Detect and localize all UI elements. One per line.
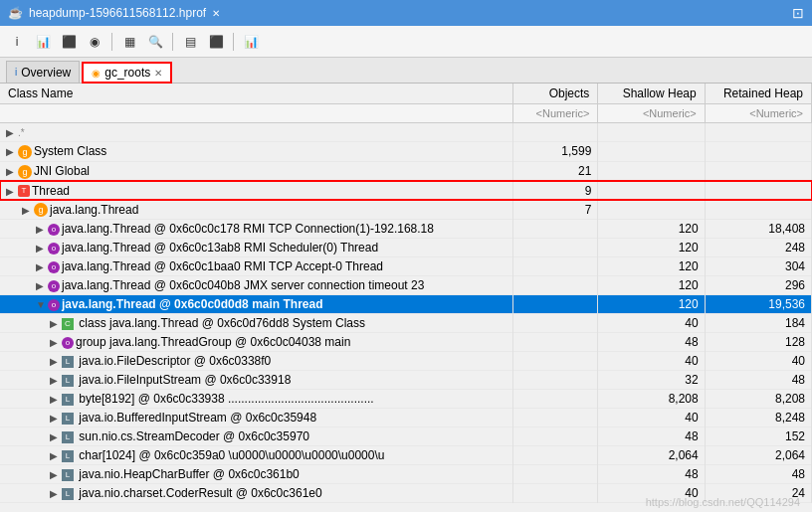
class-icon: C <box>62 318 74 330</box>
col-class-name[interactable]: Class Name <box>0 84 512 104</box>
row-expander-16[interactable]: ▶ <box>50 431 62 442</box>
row-expander-3[interactable]: ▶ <box>6 186 18 197</box>
row-expander-10[interactable]: ▶ <box>50 318 62 329</box>
row-label-8: java.lang.Thread @ 0x6c0c040b8 JMX serve… <box>62 278 424 292</box>
tab-gc-roots-close[interactable]: ✕ <box>154 68 162 79</box>
row-expander-1[interactable]: ▶ <box>6 146 18 157</box>
row-label-17: char[1024] @ 0x6c0c359a0 \u0000\u0000\u0… <box>76 448 384 462</box>
row-expander-9[interactable]: ▼ <box>36 299 48 310</box>
table-row[interactable]: ▶TThread9 <box>0 181 812 200</box>
heap-table[interactable]: Class Name Objects Shallow Heap Retained… <box>0 84 812 512</box>
row-expander-18[interactable]: ▶ <box>50 469 62 480</box>
table-row[interactable]: ▶L char[1024] @ 0x6c0c359a0 \u0000\u0000… <box>0 446 812 465</box>
table-row[interactable]: ▶ogroup java.lang.ThreadGroup @ 0x6c0c04… <box>0 333 812 352</box>
cell-class-name: ▶TThread <box>0 181 512 200</box>
cell-retained: 8,248 <box>705 409 811 427</box>
row-expander-11[interactable]: ▶ <box>50 337 62 348</box>
row-expander-6[interactable]: ▶ <box>36 243 48 254</box>
cell-shallow <box>598 123 705 142</box>
table-row[interactable]: ▶L byte[8192] @ 0x6c0c33938 ............… <box>0 390 812 409</box>
filter-btn[interactable]: ▤ <box>179 31 201 53</box>
table-row[interactable]: ▶L sun.nio.cs.StreamDecoder @ 0x6c0c3597… <box>0 427 812 446</box>
cell-class-name: ▶ogroup java.lang.ThreadGroup @ 0x6c0c04… <box>0 333 512 352</box>
row-expander-13[interactable]: ▶ <box>50 375 62 386</box>
cell-objects <box>512 390 598 409</box>
export-btn[interactable]: ⬛ <box>205 31 227 53</box>
col-retained-heap[interactable]: Retained Heap <box>705 84 811 104</box>
cell-class-name: ▶C class java.lang.Thread @ 0x6c0d76dd8 … <box>0 314 512 333</box>
row-expander-5[interactable]: ▶ <box>36 224 48 235</box>
row-expander-19[interactable]: ▶ <box>50 488 62 499</box>
table-row[interactable]: ▶L java.io.BufferedInputStream @ 0x6c0c3… <box>0 409 812 427</box>
table-row[interactable]: ▶gSystem Class1,599 <box>0 142 812 162</box>
data-table: Class Name Objects Shallow Heap Retained… <box>0 84 812 503</box>
table-row[interactable]: ▶gJNI Global21 <box>0 161 812 181</box>
cell-objects <box>512 371 598 390</box>
restore-icon[interactable]: ⊡ <box>792 5 804 21</box>
table-row[interactable]: ▶ojava.lang.Thread @ 0x6c0c0c178 RMI TCP… <box>0 220 812 239</box>
cell-shallow: 8,208 <box>598 390 705 409</box>
cell-retained: 304 <box>705 257 811 276</box>
row-expander-15[interactable]: ▶ <box>50 413 62 424</box>
tab-gc-roots-icon: ◉ <box>92 68 101 79</box>
cell-objects: 9 <box>512 181 598 200</box>
row-expander-7[interactable]: ▶ <box>36 261 48 272</box>
class-btn[interactable]: ⬛ <box>58 31 80 53</box>
table-row[interactable]: ▶ojava.lang.Thread @ 0x6c0c13ab8 RMI Sch… <box>0 239 812 257</box>
local-icon: L <box>62 394 74 406</box>
cell-objects: 1,599 <box>512 142 598 162</box>
table-row[interactable]: ▶L java.io.FileDescriptor @ 0x6c0338f040… <box>0 352 812 371</box>
cell-objects <box>512 220 598 239</box>
local-icon: L <box>62 488 74 500</box>
row-label-9: java.lang.Thread @ 0x6c0c0d0d8 main Thre… <box>62 297 322 311</box>
cell-retained: 40 <box>705 352 811 371</box>
col-objects[interactable]: Objects <box>512 84 598 104</box>
row-label-6: java.lang.Thread @ 0x6c0c13ab8 RMI Sched… <box>62 241 378 255</box>
chart-btn[interactable]: 📊 <box>32 31 54 53</box>
title-bar: ☕ heapdump-1596611568112.hprof ✕ ⊡ <box>0 0 812 26</box>
tab-overview[interactable]: i Overview <box>6 61 80 83</box>
info-btn[interactable]: i <box>6 31 28 53</box>
table-row[interactable]: ▶L java.nio.HeapCharBuffer @ 0x6c0c361b0… <box>0 465 812 484</box>
row-label-10: class java.lang.Thread @ 0x6c0d76dd8 Sys… <box>76 316 365 330</box>
search-btn[interactable]: 🔍 <box>144 31 166 53</box>
cell-shallow: 40 <box>598 409 705 427</box>
table-row[interactable]: ▶L java.io.FileInputStream @ 0x6c0c33918… <box>0 371 812 390</box>
row-expander-2[interactable]: ▶ <box>6 166 18 177</box>
regex-icon: .* <box>18 127 30 139</box>
sub-class-name <box>0 104 512 123</box>
cell-retained: 8,208 <box>705 390 811 409</box>
row-expander-17[interactable]: ▶ <box>50 450 62 461</box>
stats-btn[interactable]: 📊 <box>240 31 262 53</box>
watermark: https://blog.csdn.net/QQ114294 <box>638 494 808 510</box>
local-icon: L <box>62 413 74 425</box>
cell-retained <box>705 200 811 220</box>
tab-overview-label: Overview <box>21 66 71 80</box>
cell-shallow: 32 <box>598 371 705 390</box>
table-row[interactable]: ▶.* <box>0 123 812 142</box>
table-row[interactable]: ▶ojava.lang.Thread @ 0x6c0c040b8 JMX ser… <box>0 276 812 295</box>
table-row[interactable]: ▼ojava.lang.Thread @ 0x6c0c0d0d8 main Th… <box>0 295 812 314</box>
sub-objects: <Numeric> <box>512 104 598 123</box>
table-row[interactable]: ▶gjava.lang.Thread7 <box>0 200 812 220</box>
row-expander-14[interactable]: ▶ <box>50 394 62 405</box>
gc-icon: g <box>18 165 32 179</box>
cell-retained: 152 <box>705 427 811 446</box>
gc-btn[interactable]: ◉ <box>84 31 105 53</box>
title-close-icon[interactable]: ✕ <box>212 8 220 19</box>
grid-btn[interactable]: ▦ <box>118 31 140 53</box>
row-expander-0[interactable]: ▶ <box>6 127 18 138</box>
table-body: ▶.*▶gSystem Class1,599▶gJNI Global21▶TTh… <box>0 123 812 503</box>
cell-shallow <box>598 200 705 220</box>
row-expander-4[interactable]: ▶ <box>22 205 34 216</box>
row-expander-12[interactable]: ▶ <box>50 356 62 367</box>
cell-retained: 248 <box>705 239 811 257</box>
local-icon: L <box>62 356 74 368</box>
tab-gc-roots[interactable]: ◉ gc_roots ✕ <box>82 62 172 84</box>
cell-class-name: ▶L java.io.FileInputStream @ 0x6c0c33918 <box>0 371 512 390</box>
cell-class-name: ▶gJNI Global <box>0 161 512 181</box>
col-shallow-heap[interactable]: Shallow Heap <box>598 84 705 104</box>
row-expander-8[interactable]: ▶ <box>36 280 48 291</box>
table-row[interactable]: ▶ojava.lang.Thread @ 0x6c0c1baa0 RMI TCP… <box>0 257 812 276</box>
table-row[interactable]: ▶C class java.lang.Thread @ 0x6c0d76dd8 … <box>0 314 812 333</box>
